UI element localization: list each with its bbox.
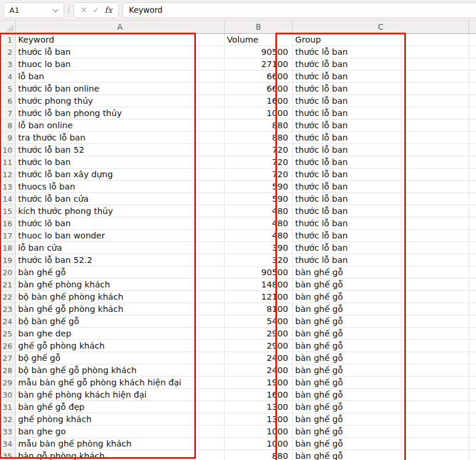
cell-keyword[interactable]: thước lỗ ban 52.2 [16,254,225,266]
cell-keyword[interactable]: lỗ ban cửa [16,242,225,254]
cell-group[interactable]: bàn ghế gỗ [293,340,469,352]
cell-keyword[interactable]: thước lỗ ban 52 [16,144,225,156]
row-number[interactable]: 35 [0,450,16,460]
cell-d-sliver[interactable] [469,132,476,144]
cell-volume[interactable]: 1000 [225,426,293,438]
row-number[interactable]: 10 [0,144,16,156]
cell-d-sliver[interactable] [469,168,476,181]
cell-d-sliver[interactable] [469,71,476,83]
cell-volume[interactable]: 880 [225,120,293,132]
cell-d-sliver[interactable] [469,156,476,168]
cell-d-sliver[interactable] [469,340,476,352]
cell-volume[interactable]: 8100 [225,303,293,315]
cell-group[interactable]: bàn ghế gỗ [293,364,469,377]
cell-group[interactable]: thước lỗ ban [293,193,469,205]
row-number[interactable]: 25 [0,328,16,340]
cell-volume[interactable]: 1300 [225,413,293,426]
cell-keyword[interactable]: bàn ghế gỗ đẹp [16,401,225,413]
row-number[interactable]: 28 [0,364,16,377]
row-number[interactable]: 9 [0,132,16,144]
cell-d-sliver[interactable] [469,328,476,340]
row-number[interactable]: 6 [0,95,16,107]
cancel-icon[interactable]: ✕ [80,6,88,14]
row-number[interactable]: 24 [0,315,16,328]
row-number[interactable]: 31 [0,401,16,413]
cell-volume[interactable]: 1900 [225,377,293,389]
cell-group[interactable]: bàn ghế gỗ [293,291,469,303]
cell-keyword[interactable]: lỗ ban [16,71,225,83]
row-number[interactable]: 19 [0,254,16,266]
cell-group[interactable]: bàn ghế gỗ [293,266,469,279]
cell-group[interactable]: bàn ghế gỗ [293,303,469,315]
cell-keyword[interactable]: tra thước lỗ ban [16,132,225,144]
row-number[interactable]: 32 [0,413,16,426]
cell-keyword[interactable]: bàn ghế phòng khách [16,279,225,291]
cell-keyword[interactable]: lỗ ban online [16,120,225,132]
column-header-d-sliver[interactable] [469,20,476,33]
cell-volume[interactable]: 1600 [225,389,293,401]
row-number[interactable]: 26 [0,340,16,352]
cell-group[interactable]: thước lỗ ban [293,132,469,144]
cell-group[interactable]: bàn ghế gỗ [293,377,469,389]
row-number[interactable]: 18 [0,242,16,254]
cell-volume[interactable]: 2400 [225,364,293,377]
cell-volume[interactable]: Volume [225,34,293,46]
cell-volume[interactable]: 320 [225,254,293,266]
cell-keyword[interactable]: thước lỗ ban cửa [16,193,225,205]
cell-volume[interactable]: 1000 [225,107,293,120]
cell-keyword[interactable]: bàn ghế gỗ phòng khách [16,303,225,315]
cell-d-sliver[interactable] [469,266,476,279]
cell-d-sliver[interactable] [469,58,476,71]
row-number[interactable]: 14 [0,193,16,205]
cell-d-sliver[interactable] [469,364,476,377]
cell-d-sliver[interactable] [469,352,476,364]
cell-keyword[interactable]: bộ bàn ghế phòng khách [16,291,225,303]
cell-d-sliver[interactable] [469,193,476,205]
name-box[interactable]: A1 [4,2,64,18]
cell-keyword[interactable]: bộ bàn ghế gỗ [16,315,225,328]
cell-d-sliver[interactable] [469,291,476,303]
cell-d-sliver[interactable] [469,144,476,156]
enter-icon[interactable]: ✓ [92,6,99,14]
cell-group[interactable]: bàn ghế gỗ [293,438,469,450]
cell-d-sliver[interactable] [469,230,476,242]
cell-volume[interactable]: 90500 [225,266,293,279]
cell-group[interactable]: bàn ghế gỗ [293,450,469,460]
row-number[interactable]: 2 [0,46,16,58]
row-number[interactable]: 23 [0,303,16,315]
row-number[interactable]: 20 [0,266,16,279]
cell-keyword[interactable]: thuocs lỗ ban [16,181,225,193]
cell-group[interactable]: bàn ghế gỗ [293,328,469,340]
cell-volume[interactable]: 2900 [225,328,293,340]
row-number[interactable]: 34 [0,438,16,450]
cell-d-sliver[interactable] [469,217,476,230]
row-number[interactable]: 27 [0,352,16,364]
cell-group[interactable]: thước lỗ ban [293,120,469,132]
cell-keyword[interactable]: ghế phòng khách [16,413,225,426]
cell-group[interactable]: thước lỗ ban [293,254,469,266]
cell-volume[interactable]: 480 [225,230,293,242]
cell-keyword[interactable]: kích thước phong thủy [16,205,225,217]
column-header-a[interactable]: A [16,20,225,33]
cell-group[interactable]: bàn ghế gỗ [293,315,469,328]
row-number[interactable]: 12 [0,168,16,181]
cell-keyword[interactable]: bộ bàn ghế gỗ phòng khách [16,364,225,377]
cell-volume[interactable]: 27100 [225,58,293,71]
row-number[interactable]: 30 [0,389,16,401]
cell-d-sliver[interactable] [469,254,476,266]
cell-group[interactable]: thước lỗ ban [293,168,469,181]
cell-group[interactable]: thước lỗ ban [293,217,469,230]
cell-d-sliver[interactable] [469,83,476,95]
cell-keyword[interactable]: ghế gỗ phòng khách [16,340,225,352]
cell-group[interactable]: thước lỗ ban [293,95,469,107]
cell-d-sliver[interactable] [469,107,476,120]
cell-volume[interactable]: 720 [225,144,293,156]
cell-group[interactable]: thước lỗ ban [293,107,469,120]
row-number[interactable]: 16 [0,217,16,230]
cell-d-sliver[interactable] [469,315,476,328]
cell-group[interactable]: thước lỗ ban [293,83,469,95]
formula-bar-input[interactable]: Keyword [123,2,476,18]
cell-volume[interactable]: 1000 [225,438,293,450]
cell-volume[interactable]: 880 [225,132,293,144]
cell-keyword[interactable]: thước lỗ ban phong thủy [16,107,225,120]
